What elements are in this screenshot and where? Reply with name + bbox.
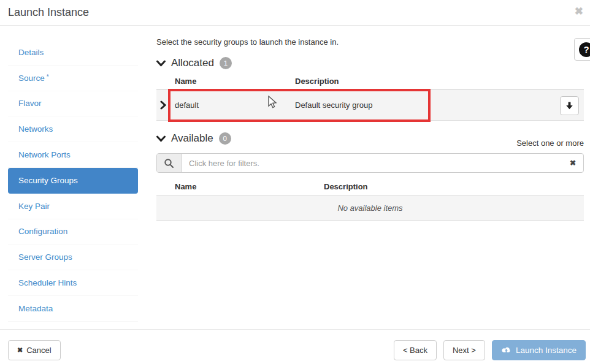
modal-title: Launch Instance	[8, 6, 89, 19]
step-security-groups[interactable]: Security Groups	[8, 168, 138, 194]
expand-row-icon[interactable]	[160, 100, 166, 112]
arrow-down-icon	[565, 101, 574, 110]
chevron-down-icon	[156, 60, 166, 67]
chevron-down-icon	[156, 135, 166, 142]
cloud-upload-icon	[501, 346, 511, 354]
step-scheduler-hints[interactable]: Scheduler Hints	[8, 270, 138, 296]
allocated-col-description: Description	[295, 77, 339, 86]
cancel-x-icon: ✖	[17, 346, 23, 354]
required-marker: *	[47, 74, 49, 80]
step-flavor[interactable]: Flavor	[8, 91, 138, 117]
no-available-items-row: No available items	[156, 195, 584, 221]
step-key-pair[interactable]: Key Pair	[8, 194, 138, 219]
allocated-col-name: Name	[175, 77, 196, 86]
allocated-section-header[interactable]: Allocated 1	[156, 57, 232, 69]
filter-bar: ✖	[156, 153, 584, 173]
step-details[interactable]: Details	[8, 40, 138, 66]
help-button[interactable]: ?	[574, 38, 590, 61]
available-title: Available	[171, 132, 213, 145]
back-button[interactable]: < Back	[394, 340, 437, 360]
step-server-groups[interactable]: Server Groups	[8, 245, 138, 270]
launch-instance-button[interactable]: Launch Instance	[492, 340, 586, 360]
available-section-header[interactable]: Available 0	[156, 132, 231, 145]
available-count-badge: 0	[219, 132, 231, 145]
clear-filter-icon[interactable]: ✖	[562, 154, 583, 172]
cancel-button[interactable]: ✖ Cancel	[8, 340, 61, 360]
footer-divider	[0, 329, 590, 330]
allocated-count-badge: 1	[220, 57, 232, 69]
row-description: Default security group	[295, 100, 372, 110]
table-row-default[interactable]: default Default security group	[156, 90, 584, 121]
available-col-name: Name	[175, 182, 196, 191]
modal-header: Launch Instance ✖	[0, 0, 590, 26]
allocated-title: Allocated	[171, 57, 214, 69]
close-icon[interactable]: ✖	[575, 5, 583, 18]
launch-instance-modal: { "window": { "title": "Launch Instance"…	[0, 0, 590, 364]
step-network-ports[interactable]: Network Ports	[8, 142, 138, 168]
help-icon: ?	[579, 42, 590, 57]
step-configuration[interactable]: Configuration	[8, 219, 138, 245]
step-source[interactable]: Source*	[8, 66, 138, 91]
deallocate-button[interactable]	[560, 96, 579, 115]
step-instruction: Select the security groups to launch the…	[156, 37, 339, 47]
step-networks[interactable]: Networks	[8, 116, 138, 142]
wizard-steps: Details Source* Flavor Networks Network …	[8, 40, 138, 322]
next-button[interactable]: Next >	[443, 340, 485, 360]
available-col-description: Description	[324, 182, 368, 191]
search-icon[interactable]	[157, 154, 182, 172]
step-metadata[interactable]: Metadata	[8, 296, 138, 322]
row-name: default	[175, 100, 199, 110]
filter-input[interactable]	[182, 154, 562, 172]
select-hint: Select one or more	[516, 138, 584, 148]
footer-actions: < Back Next > Launch Instance	[394, 340, 586, 360]
